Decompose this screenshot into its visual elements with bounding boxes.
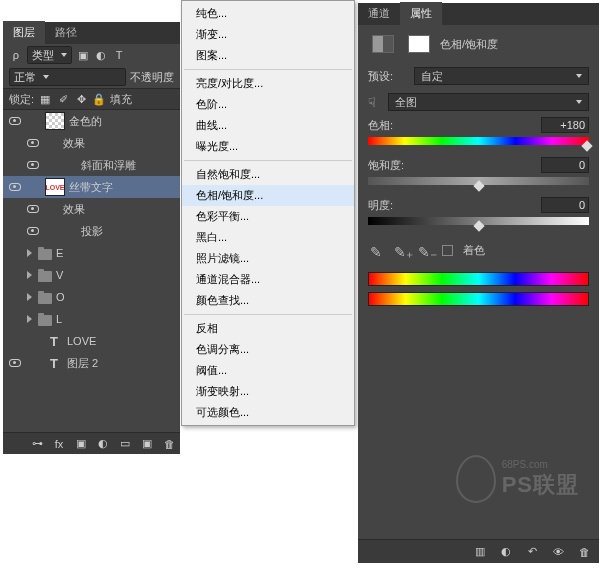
text-layer-row[interactable]: T LOVE (3, 330, 180, 352)
new-layer-icon[interactable]: ▣ (140, 437, 154, 451)
filter-type-icon[interactable]: T (112, 48, 126, 62)
menu-item[interactable]: 颜色查找... (182, 290, 354, 311)
layer-row[interactable]: 金色的 (3, 110, 180, 132)
expand-icon[interactable] (27, 249, 32, 257)
adjustment-icon[interactable]: ◐ (96, 437, 110, 451)
tab-channels[interactable]: 通道 (358, 2, 400, 25)
expand-icon[interactable] (27, 293, 32, 301)
edit-select[interactable]: 全图 (388, 93, 589, 111)
hue-slider[interactable] (368, 137, 589, 145)
eye-icon (27, 227, 39, 235)
folder-add-icon[interactable]: ▭ (118, 437, 132, 451)
visibility-icon[interactable]: 👁 (551, 545, 565, 559)
menu-item[interactable]: 色相/饱和度... (182, 185, 354, 206)
visibility-toggle[interactable] (25, 201, 41, 217)
menu-item[interactable]: 阈值... (182, 360, 354, 381)
layer-row[interactable]: LOVE 丝带文字 (3, 176, 180, 198)
layer-fx-row[interactable]: 效果 (3, 132, 180, 154)
menu-item[interactable]: 渐变... (182, 24, 354, 45)
expand-icon[interactable] (27, 315, 32, 323)
adjust-type-icon (372, 35, 394, 53)
group-row[interactable]: V (3, 264, 180, 286)
lig-slider[interactable] (368, 217, 589, 225)
filter-adjust-icon[interactable]: ◐ (94, 48, 108, 62)
menu-item[interactable]: 反相 (182, 318, 354, 339)
group-row[interactable]: L (3, 308, 180, 330)
visibility-spacer (7, 333, 23, 349)
menu-item[interactable]: 色阶... (182, 94, 354, 115)
watermark: 68PS.com PS联盟 (456, 455, 579, 503)
mask-icon[interactable]: ▣ (74, 437, 88, 451)
layer-fx-item[interactable]: 投影 (3, 220, 180, 242)
trash-icon[interactable]: 🗑 (162, 437, 176, 451)
filter-image-icon[interactable]: ▣ (76, 48, 90, 62)
group-row[interactable]: O (3, 286, 180, 308)
menu-item[interactable]: 通道混合器... (182, 269, 354, 290)
slider-knob[interactable] (473, 180, 484, 191)
logo-icon (456, 455, 496, 503)
lig-input[interactable]: 0 (541, 197, 589, 213)
clip-icon[interactable]: ▥ (473, 545, 487, 559)
menu-item[interactable]: 曲线... (182, 115, 354, 136)
menu-item[interactable]: 亮度/对比度... (182, 73, 354, 94)
link-icon[interactable]: ⊶ (30, 437, 44, 451)
visibility-toggle[interactable] (7, 179, 23, 195)
visibility-toggle[interactable] (25, 157, 41, 173)
lock-all-icon[interactable]: 🔒 (92, 92, 106, 106)
expand-icon[interactable] (27, 271, 32, 279)
eyedropper-icon[interactable]: ✎ (370, 244, 384, 258)
hue-input[interactable]: +180 (541, 117, 589, 133)
reset-icon[interactable]: ↶ (525, 545, 539, 559)
layer-fx-item[interactable]: 斜面和浮雕 (3, 154, 180, 176)
menu-item[interactable]: 可选颜色... (182, 402, 354, 423)
menu-item[interactable]: 纯色... (182, 3, 354, 24)
menu-item[interactable]: 色调分离... (182, 339, 354, 360)
folder-icon (38, 249, 52, 260)
tab-properties[interactable]: 属性 (400, 2, 442, 25)
menu-item[interactable]: 黑白... (182, 227, 354, 248)
slider-knob[interactable] (581, 140, 592, 151)
visibility-toggle[interactable] (25, 223, 41, 239)
menu-item[interactable]: 色彩平衡... (182, 206, 354, 227)
blend-row: 正常 不透明度 (3, 66, 180, 88)
fx-icon[interactable]: fx (52, 437, 66, 451)
visibility-toggle[interactable] (7, 355, 23, 371)
tab-paths[interactable]: 路径 (45, 21, 87, 44)
slider-knob[interactable] (473, 220, 484, 231)
eyedropper-sub-icon[interactable]: ✎₋ (418, 244, 432, 258)
menu-item[interactable]: 自然饱和度... (182, 164, 354, 185)
prop-title: 色相/饱和度 (440, 37, 498, 52)
hue-slider-block: 色相: +180 (358, 115, 599, 155)
sat-slider[interactable] (368, 177, 589, 185)
blend-mode-select[interactable]: 正常 (9, 68, 126, 86)
filter-kind-select[interactable]: 类型 (27, 46, 72, 64)
eyedropper-add-icon[interactable]: ✎₊ (394, 244, 408, 258)
prev-icon[interactable]: ◐ (499, 545, 513, 559)
sat-input[interactable]: 0 (541, 157, 589, 173)
menu-item[interactable]: 渐变映射... (182, 381, 354, 402)
lock-position-icon[interactable]: ✥ (74, 92, 88, 106)
eye-icon (9, 359, 21, 367)
lock-brush-icon[interactable]: ✐ (56, 92, 70, 106)
colorize-checkbox[interactable] (442, 245, 453, 256)
scrubby-icon[interactable]: ☟ (368, 95, 382, 109)
tab-layers[interactable]: 图层 (3, 21, 45, 44)
visibility-spacer (7, 267, 23, 283)
menu-item[interactable]: 图案... (182, 45, 354, 66)
layer-fx-row[interactable]: 效果 (3, 198, 180, 220)
menu-item[interactable]: 曝光度... (182, 136, 354, 157)
layer-name: 金色的 (69, 114, 102, 129)
preset-row: 预设: 自定 (358, 63, 599, 89)
visibility-toggle[interactable] (25, 135, 41, 151)
preset-select[interactable]: 自定 (414, 67, 589, 85)
visibility-toggle[interactable] (7, 113, 23, 129)
lig-slider-block: 明度: 0 (358, 195, 599, 235)
group-row[interactable]: E (3, 242, 180, 264)
lock-pixels-icon[interactable]: ▦ (38, 92, 52, 106)
edit-row: ☟ 全图 (358, 89, 599, 115)
folder-icon (38, 271, 52, 282)
menu-item[interactable]: 照片滤镜... (182, 248, 354, 269)
eye-icon (9, 183, 21, 191)
text-layer-row[interactable]: T 图层 2 (3, 352, 180, 374)
delete-icon[interactable]: 🗑 (577, 545, 591, 559)
